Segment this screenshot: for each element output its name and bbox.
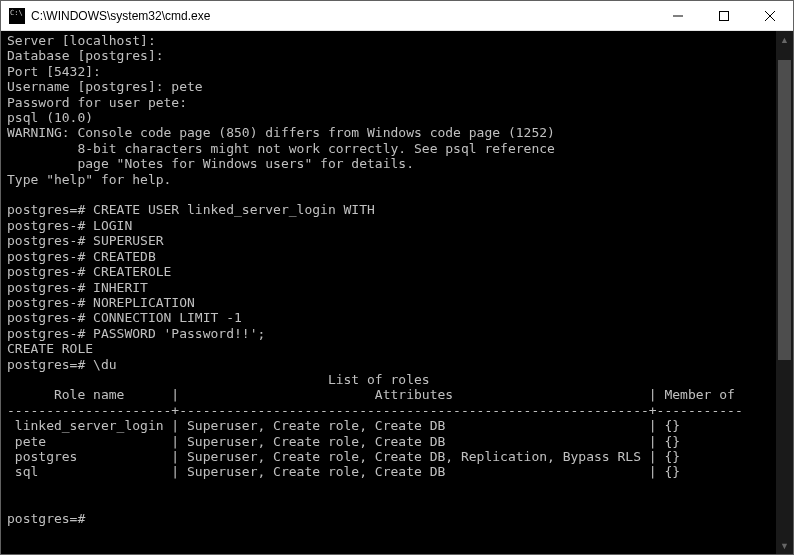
scroll-up-arrow[interactable]: ▲ [776, 31, 793, 48]
scroll-down-arrow[interactable]: ▼ [776, 537, 793, 554]
vertical-scrollbar[interactable]: ▲ ▼ [776, 31, 793, 554]
close-icon [765, 11, 775, 21]
minimize-button[interactable] [655, 1, 701, 31]
close-button[interactable] [747, 1, 793, 31]
svg-rect-1 [720, 12, 729, 21]
scrollbar-thumb[interactable] [778, 60, 791, 360]
window-title: C:\WINDOWS\system32\cmd.exe [31, 9, 655, 23]
terminal-container: Server [localhost]: Database [postgres]:… [1, 31, 793, 554]
terminal-output[interactable]: Server [localhost]: Database [postgres]:… [1, 31, 776, 554]
minimize-icon [673, 11, 683, 21]
maximize-icon [719, 11, 729, 21]
scrollbar-track[interactable] [776, 48, 793, 537]
window-controls [655, 1, 793, 30]
window-titlebar: C:\WINDOWS\system32\cmd.exe [1, 1, 793, 31]
cmd-icon [9, 8, 25, 24]
maximize-button[interactable] [701, 1, 747, 31]
